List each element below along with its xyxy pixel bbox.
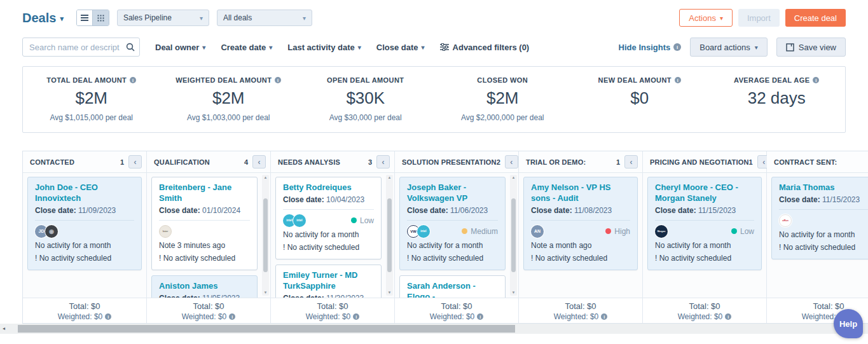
deals-filter-select-value: All deals	[223, 13, 252, 22]
info-icon[interactable]: i	[130, 77, 136, 83]
deal-card-title[interactable]: Amy Nelson - VP HS sons - Audit	[531, 182, 630, 204]
deal-card-title[interactable]: Emiley Turner - MD TurkSapphire	[283, 270, 374, 292]
deal-card[interactable]: Maria ThomasClose date: 11/15/2023ciRonN…	[771, 177, 868, 259]
collapse-column-button[interactable]: ‹	[252, 155, 266, 169]
topbar-actions: Actions ▾ Import Create deal	[679, 9, 846, 27]
collapse-column-button[interactable]: ‹	[376, 155, 390, 169]
scroll-down-arrow-icon[interactable]: ▼	[264, 291, 268, 295]
column-scrollbar-thumb[interactable]	[387, 198, 392, 273]
priority-label: Medium	[471, 227, 498, 236]
deal-activity-text: No activity for a month	[283, 230, 374, 240]
deal-card[interactable]: Cheryl Moore - CEO - Morgan StanelyClose…	[647, 177, 762, 270]
avatar-row: JD◉	[35, 225, 134, 238]
deal-card[interactable]: Joseph Baker - Volkswagen VPClose date: …	[399, 177, 506, 270]
deal-card[interactable]: Betty RodreiquesClose date: 10/04/2023in…	[275, 177, 382, 259]
deal-close-date: Close date: 11/15/2023	[655, 206, 754, 215]
info-icon[interactable]: i	[229, 313, 235, 320]
filter-dropdown-label: Create date	[221, 43, 266, 52]
filter-dropdown-last-activity-date[interactable]: Last activity date▾	[287, 43, 361, 52]
avatar-row: VWintelMedium	[407, 225, 498, 238]
scroll-down-arrow-icon[interactable]: ▼	[388, 291, 392, 295]
info-icon[interactable]: i	[477, 313, 483, 320]
filter-dropdown-deal-owner[interactable]: Deal owner▾	[155, 43, 205, 52]
deal-card[interactable]: Emiley Turner - MD TurkSapphireClose dat…	[275, 265, 382, 298]
filter-dropdown-close-date[interactable]: Close date▾	[376, 43, 425, 52]
info-icon[interactable]: i	[275, 77, 281, 83]
horizontal-scrollbar-thumb[interactable]	[18, 325, 515, 333]
create-deal-button[interactable]: Create deal	[785, 9, 846, 27]
deal-card-title[interactable]: Cheryl Moore - CEO - Morgan Stanely	[655, 182, 754, 204]
info-icon[interactable]: i	[675, 77, 681, 83]
page-title-dropdown[interactable]: Deals ▾	[22, 11, 64, 25]
deal-card[interactable]: Breitenberg - Jane SmithClose date: 01/1…	[151, 177, 258, 270]
board-view-button[interactable]	[93, 10, 109, 25]
close-date-value: 11/30/2023	[326, 294, 364, 298]
info-icon[interactable]: i	[105, 313, 111, 320]
column-scrollbar[interactable]: ▲▼	[262, 175, 269, 296]
deal-activity-text: ! No activity scheduled	[655, 254, 754, 264]
horizontal-scrollbar[interactable]: ◂	[0, 324, 868, 334]
info-icon[interactable]: i	[673, 43, 681, 51]
chevron-down-icon: ▾	[358, 44, 361, 51]
scroll-down-arrow-icon[interactable]: ▼	[512, 291, 516, 295]
column-footer: Total: $0Weighted: $0i	[519, 298, 642, 323]
scroll-up-arrow-icon[interactable]: ▲	[388, 175, 392, 180]
column-scrollbar[interactable]: ▲▼	[386, 175, 393, 296]
column-scrollbar-thumb[interactable]	[511, 198, 516, 273]
deal-activity-text: ! No activity scheduled	[283, 243, 374, 253]
deal-card[interactable]: Amy Nelson - VP HS sons - AuditClose dat…	[523, 177, 638, 270]
help-button[interactable]: Help	[834, 309, 863, 338]
collapse-column-button[interactable]: ‹	[505, 155, 518, 169]
collapse-column-button[interactable]: ‹	[624, 155, 638, 169]
filter-dropdown-create-date[interactable]: Create date▾	[221, 43, 272, 52]
column-scrollbar[interactable]: ▲▼	[510, 175, 517, 296]
scroll-up-arrow-icon[interactable]: ▲	[264, 175, 268, 180]
advanced-filters-button[interactable]: Advanced filters (0)	[440, 43, 530, 52]
deal-card-title[interactable]: Breitenberg - Jane Smith	[159, 182, 250, 204]
info-icon[interactable]: i	[601, 313, 607, 320]
card-divider	[655, 220, 754, 221]
hide-insights-link[interactable]: Hide Insights i	[619, 43, 682, 52]
deal-card-title[interactable]: Sarah Anderson - Elogo -	[407, 281, 498, 298]
board-actions-button[interactable]: Board actions ▾	[690, 38, 768, 57]
deal-card-title[interactable]: John Doe - CEO Innovixtech	[35, 182, 134, 204]
metric-value: $2M	[23, 88, 160, 108]
priority-label: Low	[740, 227, 754, 236]
deal-card[interactable]: Sarah Anderson - Elogo -Close date: 11/0…	[399, 275, 506, 298]
search-box	[22, 38, 140, 57]
info-icon[interactable]: i	[725, 313, 731, 320]
info-icon[interactable]: i	[813, 77, 819, 83]
deal-card-title[interactable]: Joseph Baker - Volkswagen VP	[407, 182, 498, 204]
collapse-column-button[interactable]: ‹	[128, 155, 142, 169]
info-icon[interactable]: i	[353, 313, 359, 320]
deals-filter-select[interactable]: All deals ▾	[217, 10, 312, 26]
insight-metric-new-deal-amount: NEW DEAL AMOUNTi$0	[571, 76, 708, 122]
column-scrollbar-thumb[interactable]	[263, 198, 268, 273]
card-divider	[779, 209, 868, 210]
scroll-up-arrow-icon[interactable]: ▲	[512, 175, 516, 180]
metric-subtext: Avg $30,000 per deal	[297, 113, 434, 122]
deal-card-title[interactable]: Aniston James	[159, 281, 250, 292]
close-date-value: 11/06/2023	[450, 206, 488, 215]
pipeline-select[interactable]: Sales Pipeline ▾	[117, 10, 209, 26]
filter-dropdown-label: Deal owner	[155, 43, 199, 52]
deal-card-title[interactable]: Maria Thomas	[779, 182, 868, 193]
avatar-row: MorganLow	[655, 225, 754, 238]
deal-card[interactable]: Aniston JamesClose date: 11/05/2023Disne…	[151, 275, 258, 298]
column-body: Cheryl Moore - CEO - Morgan StanelyClose…	[643, 173, 766, 298]
deal-card[interactable]: John Doe - CEO InnovixtechClose date: 11…	[27, 177, 142, 270]
scroll-left-arrow-icon[interactable]: ◂	[3, 326, 5, 331]
deal-activity-text: ! No activity scheduled	[779, 243, 868, 253]
insight-metric-average-deal-age: AVERAGE DEAL AGEi32 days	[708, 76, 846, 122]
actions-button[interactable]: Actions ▾	[679, 9, 733, 27]
close-date-label: Close date:	[531, 206, 572, 215]
metric-label: NEW DEAL AMOUNTi	[571, 76, 708, 84]
save-view-button[interactable]: Save view	[776, 38, 846, 57]
search-input[interactable]	[22, 38, 140, 57]
list-view-button[interactable]	[77, 10, 93, 25]
deal-card-title[interactable]: Betty Rodreiques	[283, 182, 374, 193]
column-footer: Total: $0Weighted: $0i	[395, 298, 518, 323]
avatar-company-logo: ciRon	[779, 214, 792, 227]
filter-dropdown-label: Close date	[376, 43, 418, 52]
priority-badge: Low	[731, 227, 754, 236]
